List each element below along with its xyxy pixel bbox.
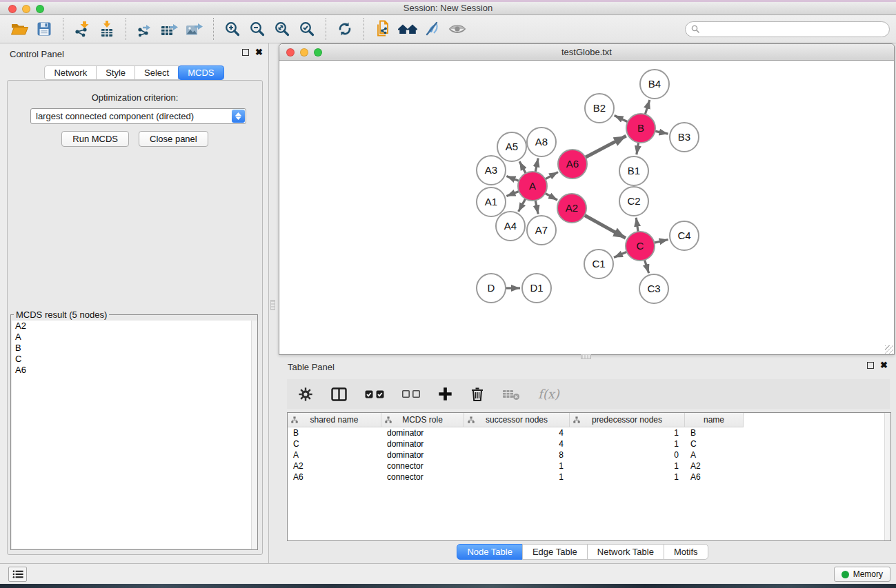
table-row[interactable]: A6connector11A6 [288, 472, 890, 483]
node-C[interactable]: C [626, 232, 655, 261]
node-B1[interactable]: B1 [619, 156, 648, 185]
tab-style[interactable]: Style [96, 65, 135, 80]
window-resize-handle[interactable] [885, 345, 893, 354]
edge-A2-C[interactable] [584, 214, 626, 238]
column-header-successor-nodes[interactable]: successor nodes [464, 413, 570, 427]
refresh-icon[interactable] [332, 17, 357, 41]
tab-motifs[interactable]: Motifs [664, 544, 708, 560]
deselect-all-checkboxes-icon[interactable] [402, 390, 420, 398]
network-canvas[interactable]: B4B2BB3A8A5A6A3B1AA1C2A2A4A7C4CC1C3DD1 [280, 61, 893, 354]
criterion-select[interactable]: largest connected component (directed) [30, 108, 246, 124]
edge-A-A2[interactable] [544, 192, 558, 200]
add-column-icon[interactable] [438, 387, 452, 401]
node-A2[interactable]: A2 [557, 194, 586, 223]
tab-network-table[interactable]: Network Table [587, 544, 664, 560]
result-item[interactable]: C [12, 354, 257, 365]
node-B4[interactable]: B4 [640, 70, 669, 99]
result-item[interactable]: A2 [12, 321, 257, 332]
node-D[interactable]: D [477, 274, 506, 303]
edge-A-A5[interactable] [519, 161, 526, 174]
node-B3[interactable]: B3 [670, 123, 699, 152]
node-A4[interactable]: A4 [496, 212, 525, 241]
edge-A-A4[interactable] [519, 198, 526, 212]
edge-B-B3[interactable] [654, 131, 668, 134]
memory-button[interactable]: Memory [834, 567, 890, 582]
node-D1[interactable]: D1 [522, 274, 551, 303]
close-panel-icon[interactable]: ✖ [255, 48, 263, 57]
task-history-button[interactable] [8, 567, 27, 582]
export-table-icon[interactable] [157, 17, 182, 41]
export-network-icon[interactable] [132, 17, 157, 41]
result-item[interactable]: B [12, 343, 257, 354]
float-table-panel-icon[interactable] [867, 362, 874, 369]
edge-C-C1[interactable] [614, 252, 628, 258]
import-table-icon[interactable] [94, 17, 119, 41]
import-network-icon[interactable] [70, 17, 94, 41]
function-builder-icon[interactable]: f(x) [538, 387, 559, 401]
node-C2[interactable]: C2 [619, 187, 648, 216]
edge-A-A6[interactable] [544, 172, 558, 180]
edge-A-A3[interactable] [506, 176, 520, 182]
node-B2[interactable]: B2 [585, 94, 614, 123]
table-row[interactable]: Cdominator41C [288, 438, 890, 449]
float-panel-icon[interactable] [242, 49, 249, 56]
edge-C-C4[interactable] [653, 239, 668, 243]
zoom-selected-icon[interactable] [295, 17, 319, 41]
hide-graphics-details-icon[interactable] [420, 17, 445, 41]
clone-network-icon[interactable] [370, 17, 395, 41]
result-item[interactable]: A6 [12, 365, 257, 376]
edge-A6-B[interactable] [584, 136, 626, 158]
table-scrollbar[interactable] [884, 413, 890, 540]
save-session-icon[interactable] [32, 17, 57, 41]
table-row[interactable]: A2connector11A2 [288, 460, 890, 472]
tab-network[interactable]: Network [44, 65, 97, 80]
tab-edge-table[interactable]: Edge Table [522, 544, 588, 560]
tab-mcds[interactable]: MCDS [178, 65, 223, 80]
table-row[interactable]: Bdominator41B [288, 427, 890, 438]
edge-B-B2[interactable] [615, 115, 629, 122]
node-A[interactable]: A [518, 172, 547, 201]
node-A3[interactable]: A3 [477, 156, 506, 185]
delete-column-trash-icon[interactable] [470, 387, 484, 402]
open-file-icon[interactable] [7, 17, 32, 41]
node-C4[interactable]: C4 [670, 221, 699, 250]
edge-C-C3[interactable] [644, 258, 649, 273]
result-list-scrollbar[interactable] [251, 321, 257, 549]
column-header-shared-name[interactable]: shared name [288, 413, 381, 427]
node-C1[interactable]: C1 [584, 250, 613, 278]
edge-C-C2[interactable] [636, 218, 638, 233]
column-header-predecessor-nodes[interactable]: predecessor nodes [570, 413, 685, 427]
zoom-fit-icon[interactable] [270, 17, 295, 41]
zoom-out-icon[interactable] [245, 17, 270, 41]
edge-A-A8[interactable] [535, 159, 538, 174]
close-panel-button[interactable]: Close panel [139, 131, 208, 147]
node-A8[interactable]: A8 [527, 128, 556, 156]
select-all-checkboxes-icon[interactable] [365, 390, 384, 398]
close-table-panel-icon[interactable]: ✖ [880, 361, 888, 369]
run-mcds-button[interactable]: Run MCDS [61, 131, 129, 147]
table-row[interactable]: Adominator80A [288, 449, 890, 460]
delete-table-icon[interactable] [502, 388, 520, 401]
split-columns-icon[interactable] [331, 387, 347, 401]
edge-B-B4[interactable] [645, 100, 650, 116]
result-item[interactable]: A [12, 332, 257, 343]
node-A5[interactable]: A5 [497, 132, 526, 161]
node-C3[interactable]: C3 [639, 274, 668, 303]
home-pair-icon[interactable] [395, 17, 420, 41]
node-A1[interactable]: A1 [477, 187, 506, 216]
zoom-in-icon[interactable] [220, 17, 245, 41]
splitter-grip[interactable] [270, 300, 275, 310]
table-settings-gear-icon[interactable] [298, 387, 313, 402]
tab-select[interactable]: Select [135, 65, 179, 80]
edge-A-A7[interactable] [535, 199, 538, 214]
node-B[interactable]: B [626, 114, 655, 143]
node-A7[interactable]: A7 [527, 216, 556, 245]
tab-node-table[interactable]: Node Table [457, 544, 523, 560]
splitter-grip[interactable] [581, 354, 591, 359]
eye-icon[interactable] [445, 17, 470, 41]
export-image-icon[interactable] [182, 17, 207, 41]
mcds-result-list[interactable]: A2ABCA6 [12, 321, 257, 549]
edge-A-A1[interactable] [506, 191, 520, 196]
search-input[interactable] [685, 21, 890, 37]
column-header-MCDS-role[interactable]: MCDS role [381, 413, 464, 427]
